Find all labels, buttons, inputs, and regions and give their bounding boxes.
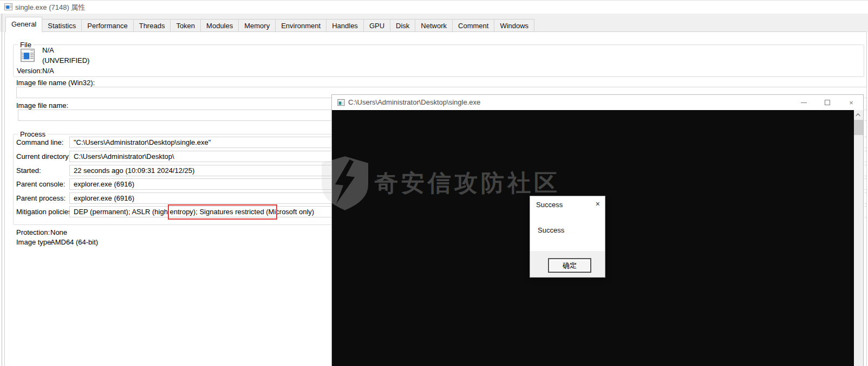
tab-token[interactable]: Token [171, 19, 201, 32]
image-type-label: Image type: [16, 238, 53, 246]
mitigation-policies-label: Mitigation policies: [16, 208, 74, 216]
tab-statistics[interactable]: Statistics [42, 19, 82, 32]
maximize-button[interactable] [815, 95, 839, 110]
maximize-icon [825, 100, 830, 105]
protection-label: Protection: [16, 228, 50, 236]
command-line-value: "C:\Users\Administrator\Desktop\single.e… [74, 138, 211, 146]
window-left-border [2, 14, 2, 366]
tab-handles[interactable]: Handles [327, 19, 364, 32]
red-highlight-annotation [168, 204, 277, 220]
tab-threads[interactable]: Threads [134, 19, 171, 32]
file-name-value: N/A [42, 46, 54, 54]
scroll-up-icon [856, 113, 860, 118]
dialog-close-icon[interactable]: × [596, 200, 600, 208]
tab-environment[interactable]: Environment [276, 19, 327, 32]
properties-window-title: single.exe (7148) 属性 [15, 3, 85, 12]
console-scrollbar[interactable] [854, 110, 863, 366]
app-icon [4, 3, 12, 11]
parent-process-label: Parent process: [16, 194, 66, 202]
parent-console-label: Parent console: [16, 180, 65, 188]
dialog-title: Success [536, 201, 563, 209]
protection-value: None [50, 228, 67, 236]
image-file-name-label: Image file name: [16, 101, 68, 110]
image-type-value: AMD64 (64-bit) [50, 238, 98, 246]
file-verified-status: (UNVERIFIED) [42, 56, 89, 65]
console-icon [337, 99, 345, 106]
properties-window-titlebar[interactable]: single.exe (7148) 属性 [0, 1, 868, 14]
console-titlebar[interactable]: C:\Users\Administrator\Desktop\single.ex… [332, 95, 863, 110]
tab-memory[interactable]: Memory [239, 19, 276, 32]
success-dialog: Success × Success 确定 [530, 196, 605, 278]
tab-disk[interactable]: Disk [390, 19, 415, 32]
current-directory-label: Current directory: [16, 152, 70, 160]
tab-gpu[interactable]: GPU [364, 19, 390, 32]
version-value: N/A [42, 67, 54, 75]
tab-comment[interactable]: Comment [453, 19, 494, 32]
tab-performance[interactable]: Performance [82, 19, 133, 32]
scrollbar-up-button[interactable] [854, 110, 863, 119]
started-label: Started: [16, 166, 41, 175]
file-icon [21, 48, 35, 63]
close-icon: × [849, 99, 853, 107]
version-label: Version: [17, 67, 42, 75]
console-window-controls: × [792, 95, 863, 110]
image-file-name-win32-label: Image file name (Win32): [16, 79, 95, 87]
console-title: C:\Users\Administrator\Desktop\single.ex… [348, 98, 480, 106]
screen: single.exe (7148) 属性 General Statistics … [0, 0, 868, 366]
tab-network[interactable]: Network [415, 19, 453, 32]
tab-windows[interactable]: Windows [494, 19, 534, 32]
scrollbar-thumb[interactable] [854, 120, 863, 135]
command-line-label: Command line: [16, 138, 63, 146]
file-groupbox: File [13, 44, 864, 77]
tab-general[interactable]: General [5, 17, 42, 32]
tab-modules[interactable]: Modules [201, 19, 239, 32]
minimize-icon [801, 102, 807, 103]
close-button[interactable]: × [839, 95, 863, 110]
tab-bar: General Statistics Performance Threads T… [5, 18, 534, 32]
current-directory-value: C:\Users\Administrator\Desktop\ [74, 152, 174, 160]
parent-process-value: explorer.exe (6916) [74, 194, 134, 202]
dialog-message: Success [538, 226, 564, 234]
minimize-button[interactable] [792, 95, 815, 110]
started-value: 22 seconds ago (10:09:31 2024/12/25) [74, 166, 194, 175]
ok-button[interactable]: 确定 [548, 258, 591, 273]
parent-console-value: explorer.exe (6916) [74, 180, 134, 188]
process-groupbox-legend: Process [18, 130, 48, 138]
